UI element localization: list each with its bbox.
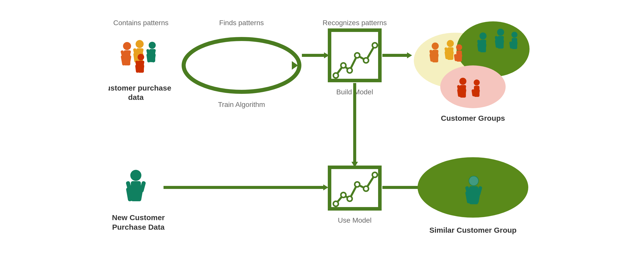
svg-point-66 (511, 32, 517, 38)
svg-text:Purchase Data: Purchase Data (112, 223, 165, 231)
svg-point-34 (372, 43, 377, 48)
svg-text:Train Algorithm: Train Algorithm (218, 101, 265, 108)
svg-text:data: data (128, 93, 144, 101)
svg-point-54 (479, 32, 487, 39)
svg-point-44 (447, 40, 454, 47)
svg-point-29 (333, 73, 338, 78)
svg-text:Use Model: Use Model (338, 216, 372, 224)
svg-text:Finds patterns: Finds patterns (219, 19, 264, 27)
svg-point-92 (341, 192, 346, 197)
train-loop-ellipse (184, 39, 299, 92)
main-svg: Contains patterns (108, 16, 536, 263)
svg-point-95 (364, 186, 369, 191)
pink-ellipse (440, 65, 506, 108)
svg-point-50 (456, 44, 462, 50)
svg-point-32 (355, 53, 360, 58)
svg-text:Customer Groups: Customer Groups (441, 114, 505, 122)
svg-point-38 (432, 43, 439, 50)
svg-point-91 (333, 201, 338, 206)
svg-text:Recognizes patterns: Recognizes patterns (323, 19, 387, 27)
svg-point-70 (459, 78, 466, 85)
diagram-container: Contains patterns (0, 0, 644, 279)
svg-point-12 (149, 42, 156, 49)
svg-point-33 (364, 58, 369, 63)
svg-point-31 (347, 68, 352, 73)
svg-point-93 (347, 196, 352, 201)
svg-point-105 (469, 176, 478, 185)
svg-point-76 (474, 79, 480, 86)
svg-point-30 (341, 63, 346, 68)
svg-point-82 (130, 170, 141, 181)
svg-text:New Customer: New Customer (112, 213, 165, 222)
contains-patterns-label: Contains patterns (113, 19, 168, 27)
svg-point-0 (123, 42, 131, 50)
svg-point-6 (136, 40, 144, 48)
svg-point-94 (355, 182, 360, 187)
inner-diagram: Contains patterns (108, 16, 536, 263)
svg-point-18 (138, 54, 144, 60)
svg-point-96 (372, 172, 377, 177)
svg-point-60 (497, 29, 504, 36)
svg-marker-37 (407, 52, 412, 58)
svg-text:Customer purchase: Customer purchase (108, 84, 171, 92)
svg-marker-90 (323, 184, 328, 190)
svg-text:Similar Customer Group: Similar Customer Group (429, 226, 517, 234)
